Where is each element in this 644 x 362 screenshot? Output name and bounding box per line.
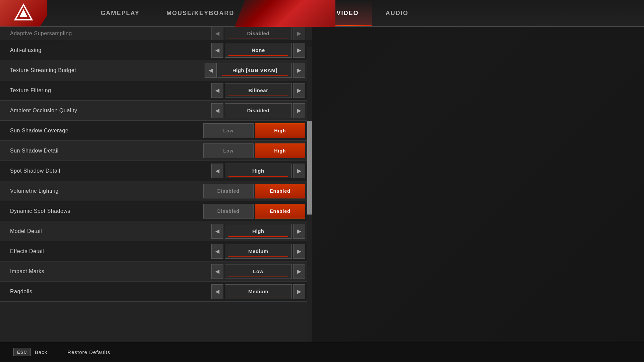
anti-aliasing-next[interactable]: ▶ [293,43,305,58]
spot-shadow-detail-prev[interactable]: ◀ [211,164,223,178]
back-action[interactable]: ESC Back [13,348,47,356]
anti-aliasing-underline [228,55,288,56]
texture-filtering-prev[interactable]: ◀ [211,83,223,98]
impact-marks-value: Low [253,268,264,274]
bottom-bar: ESC Back Restore Defaults [0,342,644,362]
spot-shadow-detail-value-box: High [225,164,292,178]
model-detail-underline [228,236,288,237]
model-detail-prev[interactable]: ◀ [211,224,223,239]
restore-defaults-label: Restore Defaults [67,349,110,355]
ambient-occlusion-prev[interactable]: ◀ [211,103,223,118]
model-detail-next[interactable]: ▶ [293,224,305,239]
texture-streaming-control: ◀ High [4GB VRAM] ▶ [205,63,305,78]
effects-detail-value: Medium [248,248,268,254]
texture-streaming-label: Texture Streaming Budget [10,67,205,73]
anti-aliasing-control: ◀ None ▶ [211,43,305,58]
texture-filtering-value: Bilinear [248,87,268,93]
spot-shadow-detail-control: ◀ High ▶ [211,164,305,178]
effects-detail-value-box: Medium [225,244,292,259]
adaptive-next[interactable]: ▶ [293,27,305,40]
tab-gameplay[interactable]: GAMEPLAY [87,0,153,26]
texture-filtering-next[interactable]: ▶ [293,83,305,98]
sun-shadow-detail-high[interactable]: High [255,143,305,158]
impact-marks-control: ◀ Low ▶ [211,264,305,279]
anti-aliasing-value: None [252,47,265,53]
texture-streaming-value-box: High [4GB VRAM] [218,63,292,78]
texture-filtering-value-box: Bilinear [225,83,292,98]
sun-shadow-coverage-control: Low High [203,123,305,138]
setting-row-impact-marks: Impact Marks ◀ Low ▶ [0,261,312,282]
setting-row-effects-detail: Effects Detail ◀ Medium ▶ [0,241,312,261]
setting-row-sun-shadow-coverage: Sun Shadow Coverage Low High [0,121,312,141]
volumetric-lighting-enabled[interactable]: Enabled [255,184,305,198]
settings-panel: Adaptive Supersampling ◀ Disabled ▶ Anti… [0,27,312,342]
impact-marks-value-box: Low [225,264,292,279]
setting-row-texture-streaming: Texture Streaming Budget ◀ High [4GB VRA… [0,60,312,80]
anti-aliasing-value-box: None [225,43,292,58]
effects-detail-next[interactable]: ▶ [293,244,305,259]
scrollbar-track [307,47,312,342]
logo-area [0,0,47,26]
adaptive-underline [228,39,288,39]
adaptive-prev[interactable]: ◀ [211,27,223,40]
ambient-occlusion-value-box: Disabled [225,103,292,118]
effects-detail-control: ◀ Medium ▶ [211,244,305,259]
impact-marks-prev[interactable]: ◀ [211,264,223,279]
ambient-occlusion-underline [228,116,288,116]
ragdolls-next[interactable]: ▶ [293,284,305,299]
dynamic-spot-shadows-enabled[interactable]: Enabled [255,204,305,219]
dynamic-spot-shadows-control: Disabled Enabled [203,204,305,219]
effects-detail-label: Effects Detail [10,248,211,254]
setting-row-texture-filtering: Texture Filtering ◀ Bilinear ▶ [0,80,312,101]
restore-defaults-action[interactable]: Restore Defaults [67,349,110,355]
dynamic-spot-shadows-disabled[interactable]: Disabled [203,204,254,219]
esc-key: ESC [13,348,31,356]
sun-shadow-coverage-high[interactable]: High [255,123,305,138]
impact-marks-next[interactable]: ▶ [293,264,305,279]
sun-shadow-detail-label: Sun Shadow Detail [10,148,203,154]
sun-shadow-detail-low[interactable]: Low [203,143,254,158]
sun-shadow-coverage-low[interactable]: Low [203,123,254,138]
ambient-occlusion-next[interactable]: ▶ [293,103,305,118]
nav-bar: GAMEPLAY MOUSE/KEYBOARD CONTROLLER VIDEO… [0,0,644,27]
effects-detail-prev[interactable]: ◀ [211,244,223,259]
model-detail-value: High [252,228,264,234]
adaptive-value-box: Disabled [225,27,292,40]
adaptive-control: ◀ Disabled ▶ [211,27,305,40]
ragdolls-label: Ragdolls [10,289,211,295]
scrollbar-thumb[interactable] [307,121,312,215]
impact-marks-underline [228,277,288,277]
setting-row-spot-shadow-detail: Spot Shadow Detail ◀ High ▶ [0,161,312,181]
sun-shadow-coverage-label: Sun Shadow Coverage [10,128,203,134]
model-detail-value-box: High [225,224,292,239]
ragdolls-value-box: Medium [225,284,292,299]
texture-streaming-next[interactable]: ▶ [293,63,305,78]
ambient-occlusion-control: ◀ Disabled ▶ [211,103,305,118]
nav-accent [235,0,335,27]
tab-mouse-keyboard[interactable]: MOUSE/KEYBOARD [153,0,248,26]
texture-filtering-underline [228,96,288,96]
tab-audio[interactable]: AUDIO [372,0,422,26]
model-detail-label: Model Detail [10,228,211,234]
model-detail-control: ◀ High ▶ [211,224,305,239]
setting-row-volumetric-lighting: Volumetric Lighting Disabled Enabled [0,181,312,201]
spot-shadow-detail-value: High [252,168,264,174]
texture-filtering-control: ◀ Bilinear ▶ [211,83,305,98]
ragdolls-underline [228,297,288,297]
ragdolls-prev[interactable]: ◀ [211,284,223,299]
main-content: Adaptive Supersampling ◀ Disabled ▶ Anti… [0,27,644,342]
ragdolls-value: Medium [248,289,268,294]
volumetric-lighting-disabled[interactable]: Disabled [203,184,254,198]
ambient-occlusion-label: Ambient Occlusion Quality [10,108,211,114]
spot-shadow-detail-next[interactable]: ▶ [293,164,305,178]
settings-list[interactable]: Adaptive Supersampling ◀ Disabled ▶ Anti… [0,27,312,342]
setting-row-anti-aliasing: Anti-aliasing ◀ None ▶ [0,40,312,60]
anti-aliasing-prev[interactable]: ◀ [211,43,223,58]
effects-detail-underline [228,256,288,257]
texture-streaming-prev[interactable]: ◀ [205,63,217,78]
adaptive-label: Adaptive Supersampling [10,31,211,37]
setting-row-sun-shadow-detail: Sun Shadow Detail Low High [0,141,312,161]
setting-row-ragdolls: Ragdolls ◀ Medium ▶ [0,282,312,302]
volumetric-lighting-control: Disabled Enabled [203,184,305,198]
texture-streaming-underline [222,75,288,76]
